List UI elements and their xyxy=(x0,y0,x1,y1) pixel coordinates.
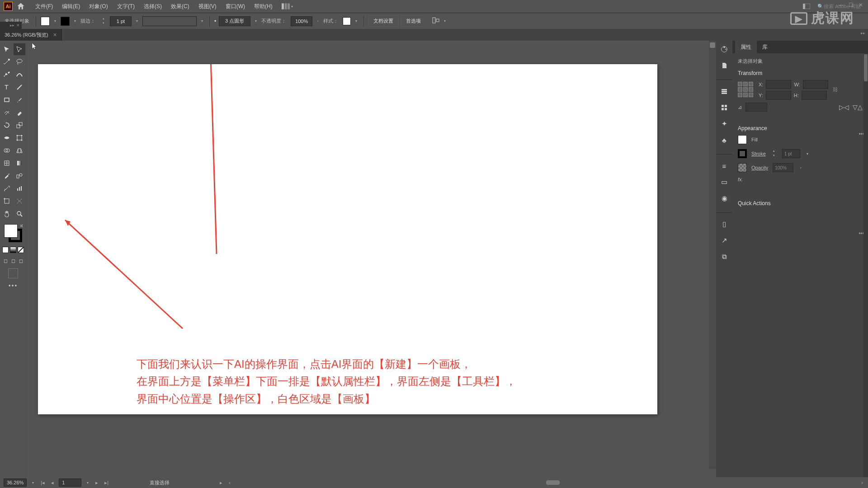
slice-tool[interactable] xyxy=(14,195,25,207)
prev-artboard-icon[interactable]: ◂ xyxy=(50,480,55,486)
menu-window[interactable]: 窗口(W) xyxy=(221,1,250,12)
tab-mini-close[interactable]: ✕ xyxy=(16,23,20,28)
rectangle-tool[interactable] xyxy=(1,94,13,106)
appear-opacity-label[interactable]: Opacity xyxy=(751,165,768,170)
brush-dd[interactable]: ▾ xyxy=(253,17,259,26)
draw-normal-icon[interactable]: ◻ xyxy=(2,258,9,264)
stroke-dd[interactable]: ▾ xyxy=(72,17,78,26)
draw-inside-icon[interactable]: ◻ xyxy=(18,258,24,264)
status-right-icon[interactable]: › xyxy=(860,480,864,485)
prefs-button[interactable]: 首选项 xyxy=(401,15,426,27)
stroke-swatch[interactable] xyxy=(61,17,70,26)
lasso-tool[interactable] xyxy=(14,56,25,68)
paintbrush-tool[interactable] xyxy=(14,94,25,106)
window-panel-icon[interactable]: ▭ xyxy=(719,177,729,187)
panel-scrollbar[interactable] xyxy=(863,53,868,477)
menu-select[interactable]: 选择(S) xyxy=(139,1,166,12)
draw-behind-icon[interactable]: ◻ xyxy=(10,258,16,264)
appear-fill-swatch[interactable] xyxy=(738,135,747,144)
home-icon[interactable] xyxy=(16,2,25,11)
appear-opacity-input[interactable] xyxy=(773,163,793,172)
status-left-icon[interactable]: ‹ xyxy=(227,480,232,485)
width-tool[interactable] xyxy=(1,132,13,144)
last-artboard-icon[interactable]: ▸| xyxy=(103,480,110,486)
eyedropper-tool[interactable] xyxy=(1,170,13,182)
next-artboard-icon[interactable]: ▸ xyxy=(94,480,99,486)
copy-panel-icon[interactable]: ⧉ xyxy=(719,252,729,262)
maximize-icon[interactable]: ☐ xyxy=(846,1,855,9)
menu-file[interactable]: 文件(F) xyxy=(31,1,57,12)
doc-setup-button[interactable]: 文档设置 xyxy=(368,15,398,27)
magic-wand-tool[interactable] xyxy=(1,56,13,68)
panel2-icon[interactable]: ▯ xyxy=(719,219,729,229)
align-icon[interactable] xyxy=(432,17,439,25)
tab-properties[interactable]: 属性 xyxy=(735,41,757,54)
stroke-spinner[interactable]: ▴▾ xyxy=(100,16,107,26)
fill-stroke-control[interactable]: ⤭ xyxy=(3,223,23,243)
hand-tool[interactable] xyxy=(1,208,13,220)
artboard-number[interactable]: 1 xyxy=(59,479,81,487)
menu-object[interactable]: 对象(O) xyxy=(85,1,112,12)
column-graph-tool[interactable] xyxy=(14,183,25,194)
artboard-dd[interactable]: ▾ xyxy=(85,478,90,487)
style-dd[interactable]: ▾ xyxy=(354,17,359,26)
y-input[interactable] xyxy=(766,91,791,100)
align-dd[interactable]: ▾ xyxy=(442,17,448,26)
zoom-dd[interactable]: ▾ xyxy=(30,478,36,487)
type-tool[interactable]: T xyxy=(1,81,13,93)
reference-point[interactable] xyxy=(738,82,754,98)
edit-toolbar-icon[interactable]: ••• xyxy=(9,282,18,289)
symbols-panel-icon[interactable]: ♣ xyxy=(719,135,729,145)
mesh-tool[interactable] xyxy=(1,157,13,169)
scale-tool[interactable] xyxy=(14,119,25,131)
canvas-area[interactable]: 下面我们来认识一下AI的操作界面，点击AI界面的【新建】一个画板， 在界面上方是… xyxy=(26,41,716,477)
line-tool[interactable] xyxy=(14,81,25,93)
eraser-tool[interactable] xyxy=(14,107,25,118)
varwidth-dd[interactable]: ▾ xyxy=(199,17,205,26)
w-input[interactable] xyxy=(803,80,828,89)
workspace-icon[interactable] xyxy=(800,2,813,10)
link-wh-icon[interactable]: ⛓ xyxy=(833,87,839,93)
fill-swatch[interactable] xyxy=(41,17,50,26)
rotate-input[interactable] xyxy=(745,103,767,112)
curvature-tool[interactable] xyxy=(14,69,25,80)
x-input[interactable] xyxy=(766,80,791,89)
flip-h-icon[interactable]: ▷◁ xyxy=(839,103,849,111)
appear-stroke-spinner[interactable]: ▴▾ xyxy=(770,149,778,159)
menu-view[interactable]: 视图(V) xyxy=(194,1,221,12)
var-width-input[interactable] xyxy=(142,16,197,26)
tab-close-icon[interactable]: ✕ xyxy=(53,32,57,38)
color-mode-gradient[interactable] xyxy=(10,247,16,253)
direct-selection-tool[interactable] xyxy=(14,43,25,55)
stroke-weight-input[interactable] xyxy=(110,16,132,26)
tab-libraries[interactable]: 库 xyxy=(757,41,773,54)
blend-tool[interactable] xyxy=(14,170,25,182)
brush-panel-icon[interactable]: ✦ xyxy=(719,119,729,129)
selection-tool[interactable] xyxy=(1,43,13,55)
arrange-docs-icon[interactable]: ▾ xyxy=(282,2,294,11)
flip-v-icon[interactable]: ▽△ xyxy=(853,103,863,111)
collapse-panels-icon[interactable]: ▸▸ xyxy=(861,31,865,35)
symbol-sprayer-tool[interactable] xyxy=(1,183,13,194)
document-tab[interactable]: 36.26% (RGB/预览) ✕ xyxy=(0,29,62,41)
appear-stroke-input[interactable] xyxy=(782,149,800,158)
shape-builder-tool[interactable] xyxy=(1,145,13,156)
screen-mode-button[interactable] xyxy=(8,268,18,278)
style-swatch[interactable] xyxy=(343,17,351,25)
appear-panel-icon[interactable]: ◉ xyxy=(719,193,729,203)
menu-help[interactable]: 帮助(H) xyxy=(250,1,277,12)
first-artboard-icon[interactable]: |◂ xyxy=(39,480,46,486)
stroke-dd2[interactable]: ▾ xyxy=(134,17,140,26)
fx-label[interactable]: fx. xyxy=(738,177,863,182)
appear-stroke-swatch[interactable] xyxy=(738,149,747,158)
appear-stroke-dd[interactable]: ▾ xyxy=(805,149,810,158)
opacity-dd[interactable]: › xyxy=(315,17,321,26)
opacity-input[interactable] xyxy=(291,16,312,26)
page-panel-icon[interactable] xyxy=(719,61,729,70)
gradient-tool[interactable] xyxy=(14,157,25,169)
share-panel-icon[interactable]: ↗ xyxy=(719,235,729,245)
color-mode-none[interactable] xyxy=(18,247,24,253)
fill-dd[interactable]: ▾ xyxy=(52,17,58,26)
vertical-scrollbar[interactable] xyxy=(709,41,716,469)
minimize-icon[interactable]: — xyxy=(836,1,845,9)
